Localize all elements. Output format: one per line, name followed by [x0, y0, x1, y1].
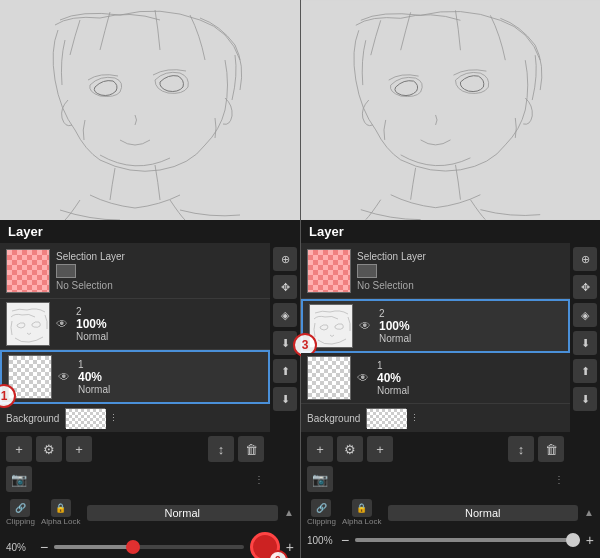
layer2-thumb-left	[6, 302, 50, 346]
plus-btn-right[interactable]: +	[586, 532, 594, 548]
minus-btn-left[interactable]: −	[40, 539, 48, 555]
selection-info-right: Selection Layer No Selection	[357, 251, 426, 291]
layer1-row-right[interactable]: 👁 1 40% Normal	[301, 353, 570, 404]
bottom-bar-clipping-right: 🔗 Clipping 🔒 Alpha Lock Normal ▲	[301, 496, 600, 529]
layer2-eye-left[interactable]: 👁	[56, 317, 68, 331]
layer2-num-left: 2	[76, 306, 108, 317]
no-selection-box-right	[357, 264, 377, 278]
minus-btn-right[interactable]: −	[341, 532, 349, 548]
svg-rect-19	[367, 409, 407, 429]
r-icon4-right[interactable]: ⬇	[573, 331, 597, 355]
layer1-opacity-left: 40%	[78, 370, 110, 384]
layer1-eye-left[interactable]: 👁	[58, 370, 70, 384]
opacity-bar-right: 100% − +	[301, 529, 600, 551]
layer2-mode-left: Normal	[76, 331, 108, 342]
add-btn2-left[interactable]: +	[66, 436, 92, 462]
alpha-lock-btn-right[interactable]: 🔒	[352, 499, 372, 517]
layer2-num-right: 2	[379, 308, 411, 319]
layer1-row-left[interactable]: 👁 1 40% Normal 1	[0, 350, 270, 404]
mode-text-right: Normal	[465, 507, 500, 519]
r-icon1-left[interactable]: ⊕	[273, 247, 297, 271]
settings-btn-left[interactable]: ⚙	[36, 436, 62, 462]
r-icon3-left[interactable]: ◈	[273, 303, 297, 327]
bg-label-right: Background	[307, 413, 360, 424]
action-bar-right: ✏️ 🖐 ⬛ ⬇ 4 ✓	[301, 551, 600, 558]
opacity-slider-right[interactable]	[355, 538, 580, 542]
layer2-row-left[interactable]: 👁 2 100% Normal	[0, 299, 270, 350]
selection-thumb-right	[307, 249, 351, 293]
no-selection-box-left	[56, 264, 76, 278]
layer2-row-right[interactable]: 👁 2 100% Normal 3	[301, 299, 570, 353]
clipping-btn-left[interactable]: 🔗	[10, 499, 30, 517]
selection-title-right: Selection Layer	[357, 251, 426, 262]
layer2-info-right: 2 100% Normal	[379, 308, 411, 344]
mode-display-left[interactable]: Normal	[87, 505, 279, 521]
settings-btn-right[interactable]: ⚙	[337, 436, 363, 462]
layer-list-left: Selection Layer No Selection	[0, 243, 270, 496]
delete-btn-right[interactable]: 🗑	[538, 436, 564, 462]
layer-header-right: Layer	[301, 220, 600, 243]
add-layer-btn-left[interactable]: +	[6, 436, 32, 462]
layer1-num-left: 1	[78, 359, 110, 370]
background-row-right[interactable]: Background ⋮	[301, 404, 570, 432]
layer-toolbar2-right: 📷 ⋮	[301, 466, 570, 496]
layer2-mode-right: Normal	[379, 333, 411, 344]
clipping-btn-right[interactable]: 🔗	[311, 499, 331, 517]
layer-panel-right: Layer Selection Layer No Selection	[301, 220, 600, 558]
add-layer-btn-right[interactable]: +	[307, 436, 333, 462]
layer-panel-left: Layer Selection Layer No Selection	[0, 220, 300, 558]
no-selection-text-left: No Selection	[56, 280, 125, 291]
camera-btn-left[interactable]: 📷	[6, 466, 32, 492]
r-icon2-left[interactable]: ✥	[273, 275, 297, 299]
layer1-info-right: 1 40% Normal	[377, 360, 409, 396]
right-icons-right: ⊕ ✥ ◈ ⬇ ⬆ ⬇	[570, 243, 600, 496]
opacity-pct-right: 100%	[307, 535, 335, 546]
mode-arrow-left: ▲	[284, 507, 294, 518]
layer1-thumb-right	[307, 356, 351, 400]
panel-right: Layer Selection Layer No Selection	[300, 0, 600, 558]
r-icon2-right[interactable]: ✥	[573, 275, 597, 299]
clipping-label-right: Clipping	[307, 517, 336, 526]
opacity-slider-left[interactable]	[54, 545, 244, 549]
r-icon3-right[interactable]: ◈	[573, 303, 597, 327]
delete-btn-left[interactable]: 🗑	[238, 436, 264, 462]
badge-2: 2	[268, 550, 288, 558]
bg-label-left: Background	[6, 413, 59, 424]
layer2-opacity-left: 100%	[76, 317, 108, 331]
selection-layer-row-left[interactable]: Selection Layer No Selection	[0, 243, 270, 299]
layer-toolbar-left: + ⚙ + ↕ 🗑	[0, 432, 270, 466]
move-btn-left[interactable]: ↕	[208, 436, 234, 462]
bottom-bar-clipping-left: 🔗 Clipping 🔒 Alpha Lock Normal ▲	[0, 496, 300, 529]
r-icon5-left[interactable]: ⬆	[273, 359, 297, 383]
r-icon1-right[interactable]: ⊕	[573, 247, 597, 271]
bg-thumb-right	[366, 408, 406, 428]
r-icon5-right[interactable]: ⬆	[573, 359, 597, 383]
alpha-lock-btn-left[interactable]: 🔒	[51, 499, 71, 517]
mode-text-left: Normal	[165, 507, 200, 519]
layer1-eye-right[interactable]: 👁	[357, 371, 369, 385]
layer-content-right: Selection Layer No Selection	[301, 243, 600, 496]
opacity-pct-left: 40%	[6, 542, 34, 553]
selection-info-left: Selection Layer No Selection	[56, 251, 125, 291]
no-selection-text-right: No Selection	[357, 280, 426, 291]
bg-thumb-left	[65, 408, 105, 428]
layer-list-right: Selection Layer No Selection	[301, 243, 570, 496]
background-row-left[interactable]: Background ⋮	[0, 404, 270, 432]
right-icons-left: ⊕ ✥ ◈ ⬇ ⬆ ⬇	[270, 243, 300, 496]
selection-thumb-left	[6, 249, 50, 293]
layer1-opacity-right: 40%	[377, 371, 409, 385]
layer2-eye-right[interactable]: 👁	[359, 319, 371, 333]
layer2-info-left: 2 100% Normal	[76, 306, 108, 342]
layer-toolbar-right: + ⚙ + ↕ 🗑	[301, 432, 570, 466]
mode-display-right[interactable]: Normal	[388, 505, 579, 521]
svg-rect-0	[0, 0, 300, 220]
alpha-lock-label-right: Alpha Lock	[342, 517, 382, 526]
selection-layer-row-right[interactable]: Selection Layer No Selection	[301, 243, 570, 299]
r-icon6-left[interactable]: ⬇	[273, 387, 297, 411]
camera-btn-right[interactable]: 📷	[307, 466, 333, 492]
r-icon6-right[interactable]: ⬇	[573, 387, 597, 411]
sketch-area-right	[301, 0, 600, 220]
add-btn2-right[interactable]: +	[367, 436, 393, 462]
plus-btn-left[interactable]: +	[286, 539, 294, 555]
move-btn-right[interactable]: ↕	[508, 436, 534, 462]
